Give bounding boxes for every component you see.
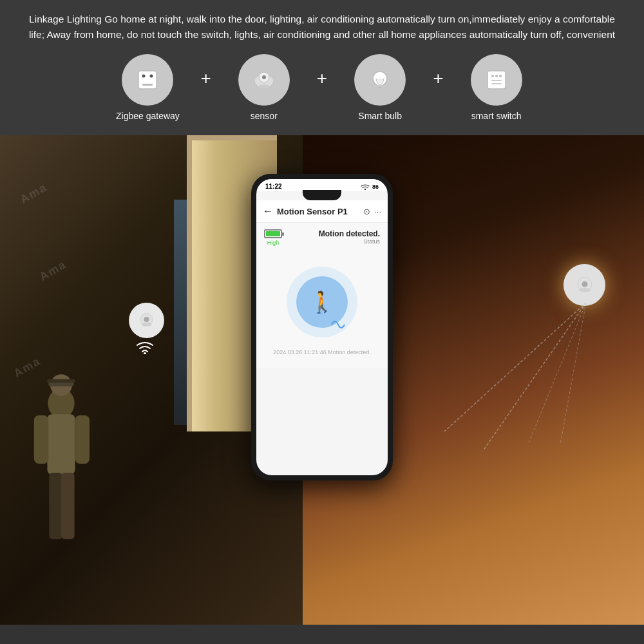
zigbee-icon-circle <box>122 54 173 106</box>
phone-container: 11:22 86 ← Motion Sensor P1 <box>251 174 393 480</box>
svg-rect-22 <box>34 415 49 464</box>
wifi-status-icon <box>361 184 370 190</box>
back-arrow-icon[interactable]: ← <box>263 205 273 217</box>
svg-rect-16 <box>491 83 502 84</box>
svg-line-36 <box>560 303 586 444</box>
phone-outer: 11:22 86 ← Motion Sensor P1 <box>251 174 393 480</box>
person-silhouette <box>19 367 109 573</box>
svg-rect-20 <box>47 379 75 383</box>
switch-icon <box>482 66 511 94</box>
floating-sensor <box>129 303 164 338</box>
svg-rect-25 <box>61 473 75 539</box>
sensor-status-row: High Motion detected. Status <box>264 229 380 246</box>
svg-line-33 <box>444 303 586 431</box>
icon-item-bulb: Smart bulb <box>328 54 431 121</box>
settings-icon[interactable]: ⊙ <box>363 207 370 216</box>
motion-status: Motion detected. Status <box>319 229 380 245</box>
motion-detected-text: Motion detected. <box>319 229 380 238</box>
phone-header: ← Motion Sensor P1 ⊙ ··· <box>256 200 388 223</box>
phone-notch <box>303 190 341 200</box>
phone-app-title: Motion Sensor P1 <box>277 207 363 216</box>
wifi-signal-icon <box>135 340 155 357</box>
svg-point-28 <box>142 323 152 327</box>
battery-indicator: High <box>264 229 282 246</box>
watermark-left-1: Ama <box>18 180 50 207</box>
phone-content: High Motion detected. Status 🚶 <box>256 223 388 368</box>
phone-timestamp: 2024.03.26 11:21:46 Motion detected. <box>264 349 380 362</box>
phone-header-icons: ⊙ ··· <box>363 207 381 216</box>
battery-label: High <box>267 240 279 246</box>
battery-tip <box>282 232 284 236</box>
motion-icon-area: 🚶 <box>264 254 380 344</box>
svg-rect-24 <box>49 473 62 539</box>
icons-row: Zigbee gateway + sensor + <box>26 54 618 121</box>
plus-3: + <box>433 68 443 89</box>
motion-person-icon: 🚶 <box>309 290 335 314</box>
more-icon[interactable]: ··· <box>374 207 381 216</box>
svg-point-7 <box>259 84 269 88</box>
icon-item-sensor: sensor <box>213 54 316 121</box>
svg-point-12 <box>491 75 494 77</box>
phone-screen: 11:22 86 ← Motion Sensor P1 <box>256 179 388 475</box>
bottom-section: Ama Ama Ama <box>0 135 644 625</box>
svg-rect-23 <box>75 415 90 464</box>
svg-rect-10 <box>378 87 382 88</box>
svg-point-13 <box>495 75 498 77</box>
svg-point-2 <box>150 75 153 78</box>
wave-icon <box>328 312 348 331</box>
description-text: Linkage Lighting Go home at night, walk … <box>26 12 618 43</box>
svg-rect-21 <box>47 414 75 475</box>
svg-rect-9 <box>377 85 383 87</box>
svg-point-27 <box>144 317 149 322</box>
zigbee-label: Zigbee gateway <box>116 111 180 121</box>
svg-point-14 <box>499 75 502 77</box>
bulb-icon-circle <box>354 54 406 106</box>
status-sublabel: Status <box>319 238 380 245</box>
zigbee-icon <box>133 66 162 94</box>
sensor-icon-circle <box>238 54 290 106</box>
phone-signal: 86 <box>372 184 379 190</box>
svg-point-37 <box>365 188 366 189</box>
svg-point-29 <box>144 352 146 354</box>
plus-1: + <box>200 68 211 89</box>
battery-bar <box>264 229 282 238</box>
bulb-icon <box>366 66 394 94</box>
icon-item-zigbee: Zigbee gateway <box>96 54 199 121</box>
detection-lines <box>431 264 625 457</box>
sensor-icon <box>250 66 278 94</box>
sensor-label: sensor <box>251 111 278 121</box>
svg-point-1 <box>142 75 146 78</box>
phone-time: 11:22 <box>265 183 282 190</box>
plus-2: + <box>317 68 327 89</box>
svg-rect-0 <box>138 71 156 89</box>
switch-label: smart switch <box>471 111 522 121</box>
switch-icon-circle <box>471 54 522 106</box>
svg-rect-3 <box>142 84 153 86</box>
icon-item-switch: smart switch <box>445 54 548 121</box>
watermark-left-2: Ama <box>37 258 69 284</box>
top-section: Linkage Lighting Go home at night, walk … <box>0 0 644 135</box>
svg-rect-15 <box>491 80 502 81</box>
battery-fill <box>266 231 280 236</box>
bulb-label: Smart bulb <box>358 111 402 121</box>
svg-point-6 <box>262 75 266 79</box>
